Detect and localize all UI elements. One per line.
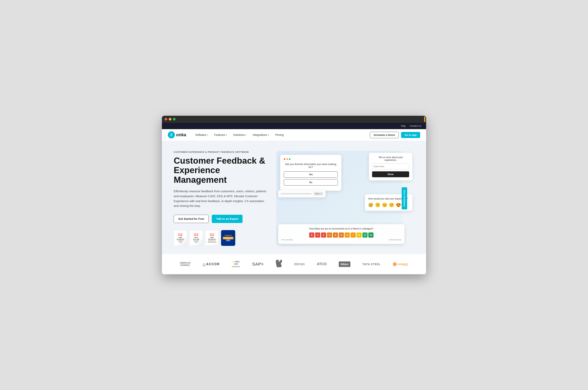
client-accor: △ ACCOR bbox=[202, 262, 220, 267]
client-swiggy: swiggy bbox=[393, 262, 408, 266]
nps-6[interactable]: 6 bbox=[345, 233, 350, 238]
badge-g2-mid-market: G2 High Performer Mid-Market SPRING 2023 bbox=[205, 230, 219, 246]
utility-bar: Help Contact Us bbox=[162, 123, 426, 129]
contact-link[interactable]: Contact Us bbox=[410, 125, 421, 127]
logo-icon: Z bbox=[168, 131, 175, 138]
nps-5[interactable]: 5 bbox=[339, 233, 344, 238]
nav-item-integrations[interactable]: Integrations ▾ bbox=[250, 132, 272, 138]
navbar: Z onka Software ▾ Features ▾ Solutions ▾… bbox=[162, 129, 426, 141]
hero-eyebrow: CUSTOMER EXPERIENCE & PRODUCT FEEDBACK S… bbox=[174, 151, 268, 153]
emoji-4[interactable]: 🙂 bbox=[389, 202, 394, 208]
nps-panel: How likely are you to recommend us to a … bbox=[278, 224, 404, 244]
nps-7[interactable]: 7 bbox=[351, 233, 356, 238]
nav-actions: Schedule a Demo Go to app bbox=[370, 132, 420, 138]
dot-green bbox=[289, 158, 291, 160]
text-panel-input[interactable] bbox=[372, 163, 409, 169]
client-damas: damas bbox=[294, 262, 305, 266]
chevron-down-icon: ▾ bbox=[226, 134, 227, 136]
nav-item-pricing[interactable]: Pricing bbox=[273, 132, 287, 138]
nps-label-left: Not at all likely bbox=[281, 239, 293, 241]
nps-8[interactable]: 8 bbox=[356, 233, 362, 238]
logo-letter: Z bbox=[170, 133, 173, 137]
nps-1[interactable]: 1 bbox=[315, 233, 320, 238]
logo-text: onka bbox=[176, 132, 186, 138]
emoji-5[interactable]: 😍 bbox=[396, 202, 401, 208]
client-tata: TATA STEEL bbox=[362, 263, 381, 266]
window-controls bbox=[165, 118, 176, 120]
nps-9[interactable]: 9 bbox=[362, 233, 368, 238]
nps-scale: 0 1 2 3 4 5 6 7 8 9 10 bbox=[281, 233, 401, 238]
yes-button[interactable]: Yes bbox=[284, 171, 338, 178]
client-atco: ATCO bbox=[317, 262, 327, 266]
text-feedback-panel: Tell us more about your experience. Done bbox=[369, 153, 412, 180]
clients-section: AMERICANEXPRESS △ ACCOR 🌟 MAXLIFEINSURAN… bbox=[162, 254, 426, 274]
inbox-panel: Inbox ✕ bbox=[278, 190, 326, 197]
emoji-2[interactable]: 🙁 bbox=[375, 202, 380, 208]
inbox-tag: Inbox ✕ bbox=[313, 192, 323, 195]
hero-title-line1: Customer Feedback & bbox=[174, 156, 265, 165]
panel-dots bbox=[284, 158, 338, 160]
nps-question: How likely are you to recommend us to a … bbox=[281, 227, 401, 230]
nps-10[interactable]: 10 bbox=[368, 233, 373, 238]
nav-links: Software ▾ Features ▾ Solutions ▾ Integr… bbox=[193, 132, 370, 138]
survey-yes-no-panel: Did you find the information you were lo… bbox=[280, 155, 341, 191]
help-link[interactable]: Help bbox=[401, 125, 406, 127]
logo[interactable]: Z onka bbox=[168, 131, 186, 138]
titlebar bbox=[162, 116, 426, 123]
nps-4[interactable]: 4 bbox=[333, 233, 338, 238]
chevron-down-icon: ▾ bbox=[268, 134, 269, 136]
chevron-down-icon: ▾ bbox=[207, 134, 208, 136]
hero-buttons: Get Started for Free Talk to an Expert bbox=[174, 215, 268, 223]
badge-g2-best-roi: G2 Best Est. ROI SPRING 2023 bbox=[190, 230, 203, 246]
get-started-button[interactable]: Get Started for Free bbox=[174, 215, 209, 223]
scrollbar[interactable] bbox=[424, 116, 425, 122]
hero-section: CUSTOMER EXPERIENCE & PRODUCT FEEDBACK S… bbox=[162, 141, 426, 254]
nav-item-features[interactable]: Features ▾ bbox=[212, 132, 230, 138]
emoji-1[interactable]: 😢 bbox=[368, 202, 373, 208]
dot-red bbox=[284, 158, 285, 160]
nps-2[interactable]: 2 bbox=[321, 233, 326, 238]
go-to-app-button[interactable]: Go to app bbox=[401, 132, 420, 138]
minimize-button[interactable] bbox=[169, 118, 171, 120]
badges-row: G2 High Performer SPRING 2023 G2 Best Es… bbox=[174, 230, 268, 246]
nps-0[interactable]: 0 bbox=[309, 233, 314, 238]
talk-to-expert-button[interactable]: Talk to an Expert bbox=[212, 215, 243, 223]
hero-title-line2: Experience Management bbox=[174, 165, 227, 184]
hero-right: Did you find the information you were lo… bbox=[276, 151, 414, 246]
nps-labels: Not at all likely Extremely likely bbox=[281, 239, 401, 241]
nps-label-right: Extremely likely bbox=[389, 239, 401, 241]
client-amex: AMERICANEXPRESS bbox=[180, 262, 191, 267]
inbox-search-bar bbox=[281, 193, 312, 195]
mac-window: Help Contact Us Z onka Software ▾ Featur… bbox=[162, 116, 426, 274]
maximize-button[interactable] bbox=[173, 118, 176, 120]
nav-item-solutions[interactable]: Solutions ▾ bbox=[231, 132, 249, 138]
close-button[interactable] bbox=[165, 118, 167, 120]
done-button[interactable]: Done bbox=[372, 171, 409, 177]
client-apple bbox=[276, 260, 282, 268]
hero-left: CUSTOMER EXPERIENCE & PRODUCT FEEDBACK S… bbox=[174, 151, 276, 246]
client-maxlife: 🌟 MAXLIFEINSURANCE bbox=[232, 261, 240, 268]
client-nikon: Nikon bbox=[339, 261, 350, 267]
badge-g2-high-performer: G2 High Performer SPRING 2023 bbox=[174, 230, 187, 246]
no-button[interactable]: No bbox=[284, 179, 338, 186]
survey-question: Did you find the information you were lo… bbox=[284, 163, 338, 169]
nav-item-software[interactable]: Software ▾ bbox=[193, 132, 211, 138]
client-sap: SAP> bbox=[252, 262, 264, 267]
chevron-down-icon: ▾ bbox=[245, 134, 246, 136]
svg-point-0 bbox=[393, 262, 397, 266]
badge-capterra: Capterra SHORTLIST 2023 bbox=[221, 230, 235, 246]
text-panel-label: Tell us more about your experience. bbox=[372, 156, 409, 161]
nps-3[interactable]: 3 bbox=[327, 233, 332, 238]
hero-title: Customer Feedback & Experience Managemen… bbox=[174, 156, 268, 185]
dot-orange bbox=[286, 158, 288, 160]
emoji-3[interactable]: 😐 bbox=[382, 202, 387, 208]
give-feedback-tab[interactable]: Give Feedback bbox=[402, 187, 407, 209]
schedule-demo-button[interactable]: Schedule a Demo bbox=[370, 132, 399, 138]
hero-description: Effortlessly measure feedback from custo… bbox=[174, 189, 268, 208]
